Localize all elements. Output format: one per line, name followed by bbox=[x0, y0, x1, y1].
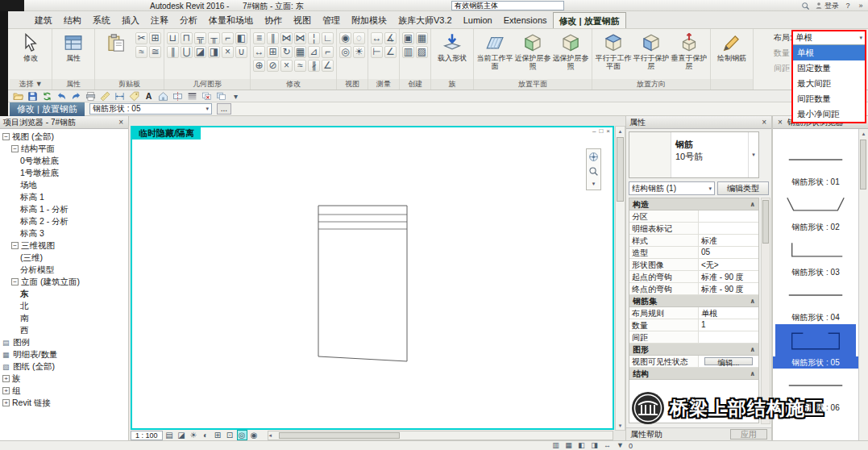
edit-type-button[interactable]: 编辑类型 bbox=[717, 181, 769, 195]
scrollbar-thumb[interactable] bbox=[860, 140, 866, 190]
tree-item[interactable]: −结构平面 bbox=[0, 143, 128, 155]
ribbon-button[interactable]: 垂直于保护层 bbox=[671, 31, 708, 77]
scale-indicator[interactable]: 1 : 100 bbox=[131, 431, 163, 440]
measure-along-icon[interactable]: ∡ bbox=[384, 32, 397, 44]
scale-icon[interactable]: ⊿ bbox=[308, 46, 320, 58]
tree-item[interactable]: ▤图例 bbox=[0, 336, 128, 348]
ribbon-button[interactable]: 近保护层参照 bbox=[514, 31, 551, 77]
collapse-icon[interactable]: − bbox=[11, 278, 19, 285]
collapse-icon[interactable]: − bbox=[11, 145, 19, 152]
pin-icon[interactable]: ⊕ bbox=[253, 60, 265, 72]
view-window[interactable]: 临时隐藏/隔离 – □ × ▾ bbox=[131, 126, 614, 430]
ribbon-button[interactable]: 绘制钢筋 bbox=[713, 31, 750, 77]
ribbon-tab[interactable]: 注释 bbox=[145, 12, 174, 28]
property-value[interactable]: 标准 - 90 度 bbox=[699, 283, 758, 294]
tree-item[interactable]: (三维) bbox=[0, 252, 128, 264]
tree-item[interactable]: −立面 (建筑立面) bbox=[0, 276, 128, 288]
collapse-icon[interactable]: − bbox=[11, 242, 19, 249]
collapse-arrow-icon[interactable]: ∧ bbox=[750, 295, 756, 306]
measure-icon[interactable] bbox=[100, 91, 110, 102]
ribbon-button[interactable]: 远保护层参照 bbox=[552, 31, 589, 77]
ribbon-tab[interactable]: 插入 bbox=[116, 12, 145, 28]
property-group-header[interactable]: 构造∧ bbox=[629, 198, 758, 210]
property-value[interactable]: 1 bbox=[699, 319, 758, 331]
tree-item[interactable]: +族 bbox=[0, 373, 128, 385]
drag-on-selection-icon[interactable]: ↔ bbox=[603, 441, 612, 450]
shape-item[interactable]: 钢筋形状 : 05 bbox=[773, 324, 858, 369]
shape-item[interactable]: 钢筋形状 : 03 bbox=[773, 234, 858, 279]
array-icon[interactable]: ▦ bbox=[294, 46, 306, 58]
tree-item[interactable]: ▦明细表/数量 bbox=[0, 348, 128, 360]
dimension-aligned-icon[interactable]: ⊢ bbox=[371, 46, 383, 58]
collapse-arrow-icon[interactable]: ∧ bbox=[750, 368, 756, 379]
tree-item[interactable]: 0号墩桩底 bbox=[0, 155, 128, 167]
align-icon[interactable]: ≡ bbox=[253, 32, 265, 44]
aligned-dimension-icon[interactable] bbox=[114, 91, 125, 102]
filter-icon[interactable]: ▼ bbox=[616, 441, 625, 450]
reveal-hidden-icon[interactable]: ☀ bbox=[353, 46, 365, 58]
split-face-icon[interactable]: ◪ bbox=[194, 46, 206, 58]
delete-icon[interactable]: × bbox=[280, 60, 293, 72]
tree-item[interactable]: 北 bbox=[0, 300, 128, 312]
property-value[interactable] bbox=[699, 210, 758, 222]
print-icon[interactable] bbox=[85, 91, 96, 102]
trim-corner-icon[interactable]: ∟ bbox=[322, 32, 334, 44]
scroll-up-icon[interactable]: ▴ bbox=[616, 127, 625, 135]
close-hidden-windows-icon[interactable] bbox=[201, 91, 212, 102]
tree-item[interactable]: 南 bbox=[0, 312, 128, 324]
tree-item[interactable]: 标高 1 - 分析 bbox=[0, 203, 128, 215]
collapse-icon[interactable]: − bbox=[2, 133, 10, 140]
tree-item[interactable]: 标高 3 bbox=[0, 227, 128, 240]
collapse-arrow-icon[interactable]: ∧ bbox=[750, 198, 756, 210]
shape-item[interactable]: 钢筋形状 : 01 bbox=[773, 144, 858, 189]
tree-item[interactable]: 1号墩桩底 bbox=[0, 167, 128, 179]
shadows-icon[interactable]: ◐ bbox=[201, 430, 211, 440]
create-group-icon[interactable]: ▦ bbox=[416, 32, 428, 44]
tree-item[interactable]: +Revit 链接 bbox=[0, 397, 128, 409]
match-type-icon[interactable]: ≈ bbox=[135, 46, 147, 58]
shape-browser-scrollbar[interactable]: ▴ bbox=[858, 129, 868, 440]
create-assembly-icon[interactable]: ▥ bbox=[402, 46, 414, 58]
expand-icon[interactable]: + bbox=[2, 399, 10, 406]
property-value[interactable] bbox=[699, 223, 758, 234]
unpin-icon[interactable]: ⊘ bbox=[267, 60, 279, 72]
property-group-header[interactable]: 钢筋集∧ bbox=[629, 295, 758, 307]
property-value[interactable]: <无> bbox=[699, 259, 758, 270]
expand-icon[interactable]: + bbox=[2, 387, 10, 394]
remove-paint-icon[interactable]: ◨ bbox=[208, 46, 220, 58]
mirror-line-icon[interactable]: ⋈ bbox=[294, 32, 306, 44]
edit-button[interactable]: 编辑... bbox=[704, 357, 753, 365]
ribbon-tab[interactable]: 附加模块 bbox=[346, 12, 392, 28]
property-value[interactable]: 标准 - 90 度 bbox=[699, 271, 758, 282]
dimension-angular-icon[interactable]: ∠ bbox=[384, 46, 397, 58]
layout-option[interactable]: 最小净间距 bbox=[793, 106, 865, 122]
copy-icon[interactable]: ⊞ bbox=[149, 32, 161, 44]
collapse-arrow-icon[interactable]: ∧ bbox=[750, 344, 756, 355]
ribbon-tab[interactable]: Extensions bbox=[498, 12, 553, 28]
tree-item[interactable]: 分析模型 bbox=[0, 264, 128, 276]
design-options-icon[interactable]: ▦ bbox=[564, 441, 573, 450]
scrollbar-thumb[interactable] bbox=[617, 137, 624, 202]
join-geometry-icon[interactable]: ⊓ bbox=[181, 32, 193, 44]
tree-item[interactable]: 标高 2 - 分析 bbox=[0, 215, 128, 227]
detail-level-icon[interactable]: ▤ bbox=[164, 430, 175, 440]
ribbon-button[interactable]: 属性 bbox=[55, 31, 92, 77]
scrollbar-thumb[interactable] bbox=[279, 432, 400, 439]
undo-icon[interactable] bbox=[56, 91, 67, 102]
paint-icon[interactable]: ◧ bbox=[235, 32, 247, 44]
ribbon-tab[interactable]: Lumion bbox=[458, 12, 498, 28]
visual-style-icon[interactable]: ◪ bbox=[177, 430, 187, 440]
ribbon-tab[interactable]: 管理 bbox=[317, 12, 346, 28]
unjoin-geometry-icon[interactable]: ⋃ bbox=[181, 46, 193, 58]
tree-item[interactable]: 场地 bbox=[0, 179, 128, 191]
copy-element-icon[interactable]: ⊞ bbox=[267, 46, 279, 58]
shape-item[interactable]: 钢筋形状 : 02 bbox=[773, 189, 858, 234]
ribbon-tab[interactable]: 结构 bbox=[58, 12, 87, 28]
temporary-hide-icon[interactable]: ◎ bbox=[339, 46, 351, 58]
apply-button[interactable]: 应用 bbox=[730, 429, 767, 440]
text-tool-icon[interactable]: A bbox=[143, 91, 154, 102]
ribbon-tab[interactable]: 分析 bbox=[174, 12, 203, 28]
property-value[interactable]: 编辑... bbox=[699, 356, 758, 367]
open-icon[interactable] bbox=[13, 91, 23, 102]
more-options-button[interactable]: ... bbox=[217, 103, 231, 115]
